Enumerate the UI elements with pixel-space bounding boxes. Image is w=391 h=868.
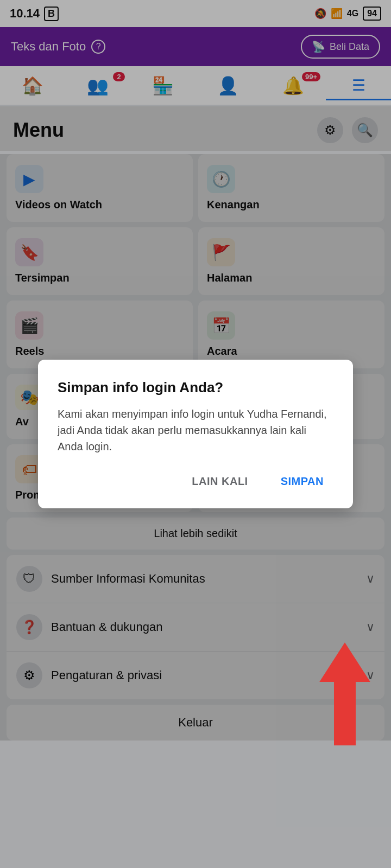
simpan-button[interactable]: SIMPAN: [271, 470, 333, 493]
dialog-overlay: Simpan info login Anda? Kami akan menyim…: [0, 0, 391, 868]
dialog-body: Kami akan menyimpan info login untuk Yud…: [58, 406, 333, 455]
login-dialog: Simpan info login Anda? Kami akan menyim…: [38, 360, 353, 508]
dialog-actions: LAIN KALI SIMPAN: [58, 470, 333, 493]
svg-marker-0: [320, 643, 369, 681]
dialog-title: Simpan info login Anda?: [58, 379, 333, 396]
arrow-svg: [315, 638, 375, 757]
arrow-annotation: [315, 638, 375, 760]
svg-rect-1: [334, 680, 356, 745]
lain-kali-button[interactable]: LAIN KALI: [182, 470, 257, 493]
